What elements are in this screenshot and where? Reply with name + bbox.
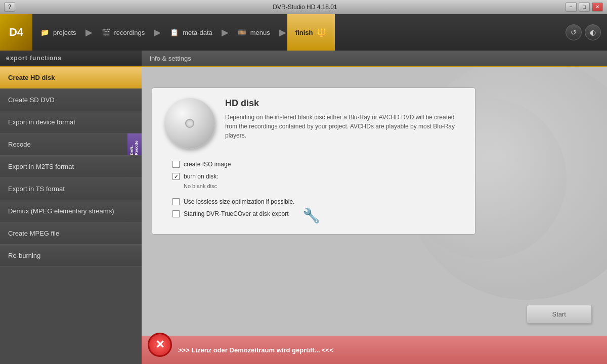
disc-icon (164, 98, 215, 149)
nav-item-projects[interactable]: 📁 projects (32, 14, 84, 51)
disc-and-text: HD disk Depending on the instered blank … (164, 98, 463, 149)
nav-label-recordings: recordings (114, 29, 145, 36)
content-body: HD disk Depending on the instered blank … (142, 67, 607, 364)
sidebar: export functions Create HD disk Create S… (0, 51, 142, 364)
content-area: info & settings HD disk Depending on the… (142, 51, 607, 364)
error-x-symbol: ✕ (155, 338, 164, 351)
option-dvr-truecover: Starting DVR-TrueCOver at disk export (172, 210, 294, 217)
dvr-recode-badge: DVR-Recode (127, 133, 142, 155)
checkbox-dvr-truecover[interactable] (172, 210, 180, 217)
nav-items: 📁 projects ▶ 🎬 recordings ▶ 📋 meta-data … (32, 14, 566, 51)
nav-arrow-1: ▶ (85, 27, 93, 38)
checkbox-lossless[interactable] (172, 198, 180, 205)
sidebar-header: export functions (0, 51, 142, 67)
dvr-recode-text: DVR-Recode (130, 133, 139, 155)
minimize-button[interactable]: − (566, 3, 577, 12)
info-panel: HD disk Depending on the instered blank … (152, 87, 475, 235)
start-button[interactable]: Start (527, 305, 592, 324)
sidebar-item-re-burning[interactable]: Re-burning (0, 245, 142, 267)
nav-label-menus: menus (250, 29, 270, 36)
content-header: info & settings (142, 51, 607, 67)
sidebar-item-create-hd-disk[interactable]: Create HD disk (0, 67, 142, 89)
finish-icon: 🔱 (317, 28, 327, 37)
logo-text: D4 (9, 26, 23, 39)
label-burn-on-disk: burn on disk: (184, 173, 219, 180)
sidebar-item-recode[interactable]: Recode DVR-Recode (0, 133, 142, 156)
refresh-button[interactable]: ↺ (566, 24, 582, 40)
sidebar-item-export-m2ts[interactable]: Export in M2TS format (0, 156, 142, 178)
help-button[interactable]: ? (4, 3, 15, 12)
app-logo: D4 (0, 14, 32, 51)
checkbox-create-iso[interactable] (172, 161, 180, 168)
hd-title: HD disk (225, 98, 463, 109)
sidebar-item-demux[interactable]: Demux (MPEG elementary streams) (0, 200, 142, 222)
hd-info: HD disk Depending on the instered blank … (225, 98, 463, 140)
sidebar-item-export-ts[interactable]: Export in TS format (0, 178, 142, 200)
nav-arrow-3: ▶ (222, 27, 229, 38)
label-create-iso: create ISO image (184, 161, 231, 168)
error-icon: ✕ (148, 333, 172, 357)
main-layout: export functions Create HD disk Create S… (0, 51, 607, 364)
error-text: >>> Lizenz oder Demozeitraum wird geprüf… (178, 346, 333, 354)
nav-controls: ↺ ◐ (566, 24, 607, 40)
tool-cross-icon: 🔧 (302, 208, 320, 223)
label-lossless: Use lossless size optimization if possib… (184, 198, 294, 205)
sidebar-item-create-sd-dvd[interactable]: Create SD DVD (0, 89, 142, 111)
error-bar: ✕ >>> Lizenz oder Demozeitraum wird gepr… (142, 336, 607, 364)
checkbox-burn-on-disk[interactable] (172, 173, 180, 180)
meta-icon: 📋 (170, 28, 179, 36)
nav-item-finish[interactable]: finish 🔱 (287, 14, 335, 51)
label-dvr-truecover: Starting DVR-TrueCOver at disk export (184, 210, 289, 217)
app-title: DVR-Studio HD 4.18.01 (45, 4, 566, 11)
recode-label: Recode (8, 141, 31, 148)
start-btn-container: Start (527, 305, 592, 324)
options-section: create ISO image burn on disk: No blank … (172, 161, 463, 224)
close-button[interactable]: ✕ (592, 3, 603, 12)
camera-icon: 🎬 (102, 28, 110, 36)
nav-item-menus[interactable]: 🎞️ menus (230, 14, 278, 51)
nav-label-metadata: meta-data (183, 29, 212, 36)
sub-text-no-blank-disc: No blank disc (184, 183, 463, 189)
nav-item-metadata[interactable]: 📋 meta-data (162, 14, 221, 51)
menu-icon: 🎞️ (238, 28, 246, 36)
hd-description: Depending on the instered blank disc eit… (225, 113, 463, 140)
sidebar-item-create-mpeg[interactable]: Create MPEG file (0, 222, 142, 245)
nav-bar: D4 📁 projects ▶ 🎬 recordings ▶ 📋 meta-da… (0, 14, 607, 51)
settings-button[interactable]: ◐ (585, 24, 601, 40)
nav-label-projects: projects (53, 29, 76, 36)
title-bar: ? DVR-Studio HD 4.18.01 − □ ✕ (0, 0, 607, 14)
option-lossless: Use lossless size optimization if possib… (172, 198, 294, 205)
nav-arrow-2: ▶ (154, 27, 161, 38)
film-icon: 📁 (40, 28, 49, 36)
nav-arrow-4: ▶ (279, 27, 286, 38)
sidebar-item-export-device[interactable]: Export in device format (0, 111, 142, 133)
option-create-iso: create ISO image (172, 161, 463, 168)
nav-item-recordings[interactable]: 🎬 recordings (94, 14, 153, 51)
maximize-button[interactable]: □ (579, 3, 590, 12)
finish-label: finish (295, 29, 313, 36)
disc-center-hole (185, 119, 194, 128)
option-burn-on-disk: burn on disk: (172, 173, 463, 180)
